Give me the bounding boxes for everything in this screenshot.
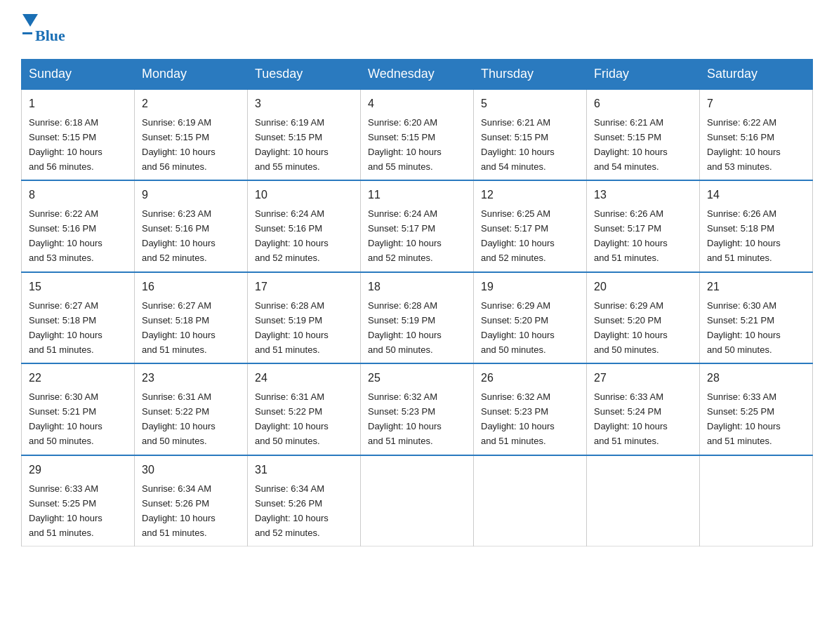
day-info: Sunrise: 6:25 AMSunset: 5:17 PMDaylight:… <box>481 208 555 263</box>
calendar-cell: 22Sunrise: 6:30 AMSunset: 5:21 PMDayligh… <box>22 363 135 455</box>
day-info: Sunrise: 6:19 AMSunset: 5:15 PMDaylight:… <box>255 117 329 172</box>
day-info: Sunrise: 6:26 AMSunset: 5:18 PMDaylight:… <box>707 208 781 263</box>
header-tuesday: Tuesday <box>248 60 361 90</box>
day-number: 9 <box>142 187 240 204</box>
day-info: Sunrise: 6:24 AMSunset: 5:17 PMDaylight:… <box>368 208 442 263</box>
day-number: 3 <box>255 95 353 113</box>
day-number: 26 <box>481 370 579 387</box>
day-info: Sunrise: 6:33 AMSunset: 5:25 PMDaylight:… <box>707 391 781 446</box>
day-info: Sunrise: 6:22 AMSunset: 5:16 PMDaylight:… <box>707 117 781 172</box>
day-info: Sunrise: 6:32 AMSunset: 5:23 PMDaylight:… <box>368 391 442 446</box>
calendar-cell: 19Sunrise: 6:29 AMSunset: 5:20 PMDayligh… <box>474 272 587 363</box>
day-info: Sunrise: 6:28 AMSunset: 5:19 PMDaylight:… <box>255 300 329 355</box>
calendar-cell: 1Sunrise: 6:18 AMSunset: 5:15 PMDaylight… <box>22 89 135 180</box>
calendar-cell: 7Sunrise: 6:22 AMSunset: 5:16 PMDaylight… <box>700 89 813 180</box>
day-info: Sunrise: 6:18 AMSunset: 5:15 PMDaylight:… <box>29 117 102 172</box>
logo-subtitle: Blue <box>35 27 65 45</box>
calendar-cell: 11Sunrise: 6:24 AMSunset: 5:17 PMDayligh… <box>361 180 474 271</box>
day-number: 17 <box>255 279 353 296</box>
day-info: Sunrise: 6:32 AMSunset: 5:23 PMDaylight:… <box>481 391 555 446</box>
calendar-week-row: 22Sunrise: 6:30 AMSunset: 5:21 PMDayligh… <box>22 363 813 455</box>
logo-line-icon <box>22 32 32 42</box>
calendar-cell: 15Sunrise: 6:27 AMSunset: 5:18 PMDayligh… <box>22 272 135 363</box>
calendar-cell: 6Sunrise: 6:21 AMSunset: 5:15 PMDaylight… <box>587 89 700 180</box>
calendar-cell: 4Sunrise: 6:20 AMSunset: 5:15 PMDaylight… <box>361 89 474 180</box>
day-number: 16 <box>142 279 240 296</box>
header-saturday: Saturday <box>700 60 813 90</box>
day-info: Sunrise: 6:29 AMSunset: 5:20 PMDaylight:… <box>481 300 555 355</box>
calendar-cell: 8Sunrise: 6:22 AMSunset: 5:16 PMDaylight… <box>22 180 135 271</box>
day-number: 27 <box>594 370 692 387</box>
day-number: 31 <box>255 462 353 479</box>
calendar-cell <box>361 455 474 546</box>
day-info: Sunrise: 6:26 AMSunset: 5:17 PMDaylight:… <box>594 208 668 263</box>
day-info: Sunrise: 6:28 AMSunset: 5:19 PMDaylight:… <box>368 300 442 355</box>
calendar-cell: 3Sunrise: 6:19 AMSunset: 5:15 PMDaylight… <box>248 89 361 180</box>
day-number: 24 <box>255 370 353 387</box>
day-info: Sunrise: 6:31 AMSunset: 5:22 PMDaylight:… <box>142 391 216 446</box>
calendar-week-row: 8Sunrise: 6:22 AMSunset: 5:16 PMDaylight… <box>22 180 813 271</box>
calendar-cell: 9Sunrise: 6:23 AMSunset: 5:16 PMDaylight… <box>135 180 248 271</box>
calendar-cell: 25Sunrise: 6:32 AMSunset: 5:23 PMDayligh… <box>361 363 474 455</box>
day-info: Sunrise: 6:30 AMSunset: 5:21 PMDaylight:… <box>707 300 781 355</box>
header-wednesday: Wednesday <box>361 60 474 90</box>
day-number: 15 <box>29 279 127 296</box>
calendar-cell: 2Sunrise: 6:19 AMSunset: 5:15 PMDaylight… <box>135 89 248 180</box>
calendar-cell <box>700 455 813 546</box>
day-number: 23 <box>142 370 240 387</box>
day-info: Sunrise: 6:34 AMSunset: 5:26 PMDaylight:… <box>255 483 329 538</box>
calendar-cell: 21Sunrise: 6:30 AMSunset: 5:21 PMDayligh… <box>700 272 813 363</box>
day-info: Sunrise: 6:27 AMSunset: 5:18 PMDaylight:… <box>142 300 216 355</box>
calendar-cell: 30Sunrise: 6:34 AMSunset: 5:26 PMDayligh… <box>135 455 248 546</box>
day-info: Sunrise: 6:23 AMSunset: 5:16 PMDaylight:… <box>142 208 216 263</box>
day-number: 30 <box>142 462 240 479</box>
calendar-cell: 26Sunrise: 6:32 AMSunset: 5:23 PMDayligh… <box>474 363 587 455</box>
day-info: Sunrise: 6:33 AMSunset: 5:24 PMDaylight:… <box>594 391 668 446</box>
day-info: Sunrise: 6:22 AMSunset: 5:16 PMDaylight:… <box>29 208 102 263</box>
page-header: Blue <box>21 14 813 45</box>
day-number: 18 <box>368 279 466 296</box>
day-number: 6 <box>594 95 692 113</box>
day-info: Sunrise: 6:27 AMSunset: 5:18 PMDaylight:… <box>29 300 102 355</box>
header-friday: Friday <box>587 60 700 90</box>
day-info: Sunrise: 6:29 AMSunset: 5:20 PMDaylight:… <box>594 300 668 355</box>
day-number: 25 <box>368 370 466 387</box>
calendar-cell: 14Sunrise: 6:26 AMSunset: 5:18 PMDayligh… <box>700 180 813 271</box>
calendar-cell: 31Sunrise: 6:34 AMSunset: 5:26 PMDayligh… <box>248 455 361 546</box>
header-monday: Monday <box>135 60 248 90</box>
calendar-week-row: 1Sunrise: 6:18 AMSunset: 5:15 PMDaylight… <box>22 89 813 180</box>
calendar-cell: 18Sunrise: 6:28 AMSunset: 5:19 PMDayligh… <box>361 272 474 363</box>
day-number: 13 <box>594 187 692 204</box>
day-number: 20 <box>594 279 692 296</box>
day-number: 22 <box>29 370 127 387</box>
calendar-week-row: 29Sunrise: 6:33 AMSunset: 5:25 PMDayligh… <box>22 455 813 546</box>
header-thursday: Thursday <box>474 60 587 90</box>
calendar-cell: 12Sunrise: 6:25 AMSunset: 5:17 PMDayligh… <box>474 180 587 271</box>
calendar-cell: 5Sunrise: 6:21 AMSunset: 5:15 PMDaylight… <box>474 89 587 180</box>
day-info: Sunrise: 6:21 AMSunset: 5:15 PMDaylight:… <box>481 117 555 172</box>
day-number: 4 <box>368 95 466 113</box>
calendar-cell: 28Sunrise: 6:33 AMSunset: 5:25 PMDayligh… <box>700 363 813 455</box>
header-sunday: Sunday <box>22 60 135 90</box>
svg-rect-1 <box>22 32 32 34</box>
day-number: 1 <box>29 95 127 113</box>
calendar-cell: 29Sunrise: 6:33 AMSunset: 5:25 PMDayligh… <box>22 455 135 546</box>
day-number: 14 <box>707 187 805 204</box>
day-info: Sunrise: 6:30 AMSunset: 5:21 PMDaylight:… <box>29 391 102 446</box>
calendar-table: SundayMondayTuesdayWednesdayThursdayFrid… <box>21 59 813 546</box>
day-number: 10 <box>255 187 353 204</box>
day-number: 5 <box>481 95 579 113</box>
day-number: 8 <box>29 187 127 204</box>
calendar-cell: 20Sunrise: 6:29 AMSunset: 5:20 PMDayligh… <box>587 272 700 363</box>
day-info: Sunrise: 6:21 AMSunset: 5:15 PMDaylight:… <box>594 117 668 172</box>
day-number: 19 <box>481 279 579 296</box>
day-number: 7 <box>707 95 805 113</box>
calendar-cell: 17Sunrise: 6:28 AMSunset: 5:19 PMDayligh… <box>248 272 361 363</box>
day-info: Sunrise: 6:20 AMSunset: 5:15 PMDaylight:… <box>368 117 442 172</box>
logo: Blue <box>21 14 65 45</box>
calendar-cell: 24Sunrise: 6:31 AMSunset: 5:22 PMDayligh… <box>248 363 361 455</box>
day-info: Sunrise: 6:19 AMSunset: 5:15 PMDaylight:… <box>142 117 216 172</box>
day-number: 29 <box>29 462 127 479</box>
day-info: Sunrise: 6:33 AMSunset: 5:25 PMDaylight:… <box>29 483 102 538</box>
calendar-cell: 10Sunrise: 6:24 AMSunset: 5:16 PMDayligh… <box>248 180 361 271</box>
